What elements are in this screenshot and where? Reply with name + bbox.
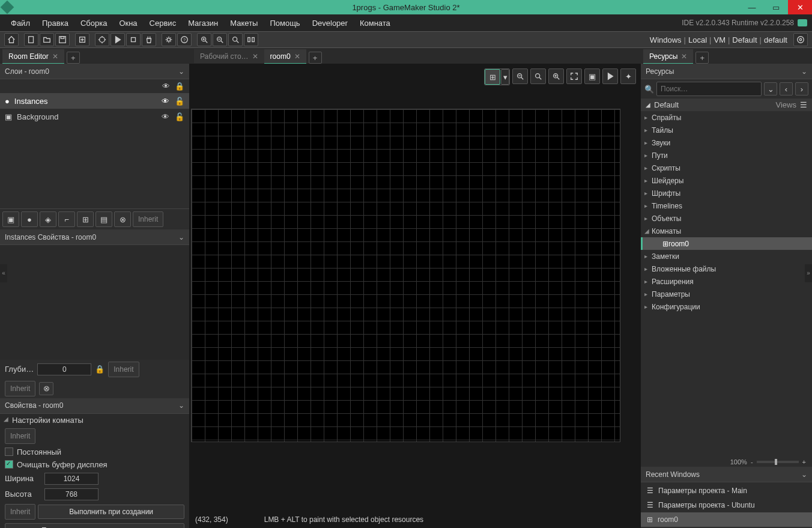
open-project-button[interactable] (40, 33, 54, 46)
recent-item-ubuntu[interactable]: ☰ Параметры проекта - Ubuntu (641, 498, 812, 512)
resources-header[interactable]: Ресурсы ⌄ (641, 64, 812, 79)
instance-order-button[interactable]: Порядок создания экземпляров (5, 523, 184, 529)
folder-sprites[interactable]: Спрайты (641, 111, 812, 124)
folder-fonts[interactable]: Шрифты (641, 187, 812, 199)
menu-icon[interactable]: ☰ (800, 100, 807, 109)
folder-timelines[interactable]: Timelines (641, 199, 812, 212)
recent-windows-header[interactable]: Recent Windows ⌄ (641, 467, 812, 482)
help-button[interactable]: ? (177, 33, 192, 46)
tab-resources[interactable]: Ресурсы ✕ (643, 49, 693, 64)
recent-item-room0[interactable]: ⊞ room0 (641, 512, 812, 527)
folder-tilesets[interactable]: Тайлы (641, 124, 812, 136)
menu-edit[interactable]: Правка (36, 16, 74, 30)
folder-options[interactable]: Параметры (641, 288, 812, 300)
layer-lock-toggle[interactable]: 🔓 (175, 97, 184, 106)
notifications-icon[interactable] (798, 19, 807, 26)
menu-developer[interactable]: Developer (306, 16, 354, 30)
minimize-button[interactable]: — (740, 0, 764, 14)
menu-file[interactable]: Файл (5, 16, 36, 30)
folder-scripts[interactable]: Скрипты (641, 162, 812, 174)
home-button[interactable] (4, 33, 19, 46)
add-tile-layer-button[interactable]: ◈ (40, 211, 56, 227)
inherit-button[interactable]: Inherit (5, 381, 35, 396)
save-button[interactable] (55, 33, 70, 46)
depth-input[interactable] (37, 363, 91, 375)
clear-display-checkbox[interactable] (5, 460, 13, 469)
clean-button[interactable] (142, 33, 156, 46)
close-button[interactable]: ✕ (788, 0, 812, 14)
fullscreen-button[interactable] (566, 68, 582, 84)
nav-prev-button[interactable]: ‹ (780, 82, 793, 96)
target-platform[interactable]: Windows (650, 35, 682, 44)
inherit-depth-button[interactable]: Inherit (108, 362, 139, 377)
views-button[interactable]: Views (776, 100, 796, 109)
select-tool-button[interactable]: ✦ (620, 68, 636, 84)
folder-rooms[interactable]: Комнаты (641, 225, 812, 237)
collapse-right-button[interactable]: » (805, 264, 812, 282)
menu-layouts[interactable]: Макеты (224, 16, 264, 30)
folder-sounds[interactable]: Звуки (641, 136, 812, 149)
collapse-left-button[interactable]: « (0, 264, 7, 282)
layer-visibility-toggle[interactable]: 👁 (160, 112, 170, 121)
folder-paths[interactable]: Пути (641, 149, 812, 162)
grid-toggle-button[interactable]: ⊞ (485, 69, 500, 85)
zoom-slider[interactable] (757, 461, 799, 463)
tab-room0[interactable]: room0 ✕ (264, 49, 306, 64)
default-group-label[interactable]: Default (654, 100, 679, 109)
menu-room[interactable]: Комната (354, 16, 396, 30)
zoom-reset-button[interactable] (228, 33, 243, 46)
target-vm[interactable]: VM (714, 35, 726, 44)
clear-button[interactable]: ⊗ (39, 382, 53, 395)
target-device[interactable]: default (764, 35, 787, 44)
creation-code-button[interactable]: Выполнить при создании (38, 505, 184, 519)
add-instance-layer-button[interactable]: ● (21, 211, 38, 227)
resource-room0[interactable]: ⊞ room0 (641, 237, 812, 250)
inherit-layers-button[interactable]: Inherit (133, 211, 163, 227)
persistent-checkbox[interactable] (5, 448, 13, 456)
canvas-zoom-in-button[interactable] (548, 68, 564, 84)
inherit-room-button[interactable]: Inherit (5, 428, 35, 444)
folder-notes[interactable]: Заметки (641, 250, 812, 262)
nav-next-button[interactable]: › (795, 82, 808, 96)
room-props-header[interactable]: Свойства - room0 ⌄ (0, 398, 189, 414)
folder-extensions[interactable]: Расширения (641, 275, 812, 288)
debug-button[interactable] (95, 33, 109, 46)
menu-marketplace[interactable]: Магазин (182, 16, 224, 30)
tab-workspace[interactable]: Рабочий сто… ✕ (194, 49, 264, 64)
target-settings-button[interactable] (793, 33, 808, 46)
layer-visibility-toggle[interactable]: 👁 (160, 97, 170, 106)
docks-button[interactable] (244, 33, 258, 46)
canvas-zoom-reset-button[interactable] (530, 68, 546, 84)
search-dropdown-button[interactable]: ⌄ (764, 82, 777, 96)
folder-shaders[interactable]: Шейдеры (641, 174, 812, 187)
instance-props-header[interactable]: Instances Свойства - room0 ⌄ (0, 229, 189, 245)
add-tab-button[interactable]: + (67, 52, 80, 64)
layers-header[interactable]: Слои - room0 ⌄ (0, 64, 189, 79)
recent-item-main[interactable]: ☰ Параметры проекта - Main (641, 484, 812, 498)
room-settings-group[interactable]: Настройки комнаты (0, 414, 189, 426)
folder-objects[interactable]: Объекты (641, 212, 812, 225)
menu-windows[interactable]: Окна (113, 16, 143, 30)
maximize-button[interactable]: ▭ (764, 0, 788, 14)
close-tab-icon[interactable]: ✕ (52, 52, 58, 61)
close-tab-icon[interactable]: ✕ (294, 52, 300, 61)
target-config[interactable]: Default (732, 35, 757, 44)
target-location[interactable]: Local (688, 35, 707, 44)
layer-background[interactable]: ▣Background 👁 🔓 (0, 109, 189, 124)
stop-button[interactable] (126, 33, 141, 46)
create-exe-button[interactable] (75, 33, 89, 46)
menu-tools[interactable]: Сервис (144, 16, 183, 30)
grid-dropdown-button[interactable]: ▾ (501, 69, 509, 85)
add-asset-layer-button[interactable]: ⊞ (77, 211, 94, 227)
game-options-button[interactable] (162, 33, 176, 46)
menu-build[interactable]: Сборка (74, 16, 114, 30)
width-input[interactable] (44, 473, 98, 485)
new-project-button[interactable] (24, 33, 38, 46)
delete-layer-button[interactable]: ⊗ (114, 211, 131, 227)
folder-included-files[interactable]: Вложенные файлы (641, 262, 812, 275)
menu-help[interactable]: Помощь (264, 16, 306, 30)
inherit-size-button[interactable]: Inherit (5, 504, 35, 520)
close-tab-icon[interactable]: ✕ (681, 52, 687, 61)
layer-view-button[interactable]: ▣ (584, 68, 600, 84)
height-input[interactable] (44, 488, 98, 500)
